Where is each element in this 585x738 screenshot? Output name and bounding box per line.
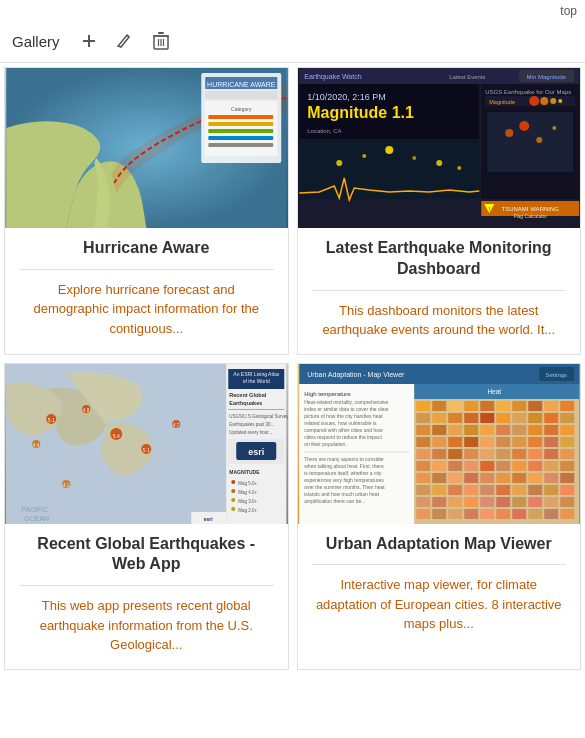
svg-point-49 <box>536 137 542 143</box>
svg-rect-186 <box>448 473 462 483</box>
svg-rect-164 <box>416 449 430 459</box>
svg-rect-200 <box>512 485 526 495</box>
svg-rect-192 <box>544 473 558 483</box>
svg-rect-138 <box>480 413 494 423</box>
svg-text:Magnitude: Magnitude <box>489 99 515 105</box>
top-label: top <box>560 4 577 18</box>
svg-rect-212 <box>544 497 558 507</box>
edit-icon[interactable] <box>112 28 138 54</box>
svg-rect-187 <box>464 473 478 483</box>
svg-text:5.1: 5.1 <box>48 417 55 423</box>
svg-rect-125 <box>432 401 446 411</box>
svg-text:4.8: 4.8 <box>83 408 90 413</box>
svg-text:Magnitude 1.1: Magnitude 1.1 <box>307 104 414 121</box>
svg-rect-145 <box>432 425 446 435</box>
svg-text:Heat-related mortality, compre: Heat-related mortality, comprehensive <box>304 399 388 405</box>
svg-text:5.1: 5.1 <box>143 447 150 453</box>
svg-text:Flag Calculator: Flag Calculator <box>513 213 547 219</box>
svg-rect-137 <box>464 413 478 423</box>
svg-point-32 <box>336 160 342 166</box>
svg-text:TSUNAMI WARNING: TSUNAMI WARNING <box>501 206 559 212</box>
svg-rect-148 <box>480 425 494 435</box>
svg-text:when talking about heat. First: when talking about heat. First, there <box>304 463 384 469</box>
svg-text:Earthquake Watch: Earthquake Watch <box>304 73 361 81</box>
svg-rect-149 <box>496 425 510 435</box>
svg-rect-126 <box>448 401 462 411</box>
svg-text:There are many aspects to cons: There are many aspects to consider <box>304 456 384 462</box>
svg-rect-182 <box>544 461 558 471</box>
svg-rect-151 <box>528 425 542 435</box>
card-rge[interactable]: 5.1 4.8 5.4 4.4 5.1 4.1 4.7 An ESRI Livi… <box>4 363 289 670</box>
card-desc-urban: Interactive map viewer, for climate adap… <box>312 575 567 634</box>
svg-text:Min Magnitude: Min Magnitude <box>526 74 566 80</box>
svg-rect-20 <box>208 143 273 147</box>
svg-text:compared with other cities and: compared with other cities and how <box>304 427 383 433</box>
svg-point-35 <box>412 156 416 160</box>
card-title-earthquake: Latest Earthquake Monitoring Dashboard <box>312 238 567 280</box>
svg-rect-154 <box>416 437 430 447</box>
svg-rect-134 <box>416 413 430 423</box>
svg-rect-135 <box>432 413 446 423</box>
svg-rect-180 <box>512 461 526 471</box>
svg-rect-159 <box>496 437 510 447</box>
svg-rect-207 <box>464 497 478 507</box>
card-earthquake-monitoring[interactable]: Earthquake Watch Latest Events Min Magni… <box>297 67 582 355</box>
svg-rect-223 <box>560 509 574 519</box>
svg-rect-215 <box>432 509 446 519</box>
svg-rect-202 <box>544 485 558 495</box>
svg-text:OCEAN: OCEAN <box>24 515 49 522</box>
svg-rect-190 <box>512 473 526 483</box>
svg-text:Heat: Heat <box>487 388 501 395</box>
svg-rect-133 <box>560 401 574 411</box>
gallery-header: Gallery <box>0 22 585 63</box>
svg-text:MAGNITUDE: MAGNITUDE <box>229 469 260 475</box>
svg-point-50 <box>552 126 556 130</box>
svg-rect-194 <box>416 485 430 495</box>
svg-rect-167 <box>464 449 478 459</box>
svg-rect-184 <box>416 473 430 483</box>
svg-point-36 <box>436 160 442 166</box>
svg-point-43 <box>540 97 548 105</box>
svg-rect-173 <box>560 449 574 459</box>
svg-rect-201 <box>528 485 542 495</box>
card-desc-earthquake: This dashboard monitors the latest earth… <box>312 301 567 340</box>
svg-rect-204 <box>416 497 430 507</box>
svg-rect-203 <box>560 485 574 495</box>
svg-rect-171 <box>528 449 542 459</box>
add-icon[interactable] <box>76 28 102 54</box>
svg-text:Category: Category <box>231 106 252 112</box>
svg-rect-183 <box>560 461 574 471</box>
svg-text:Mag 3.0+: Mag 3.0+ <box>238 499 257 504</box>
svg-rect-165 <box>432 449 446 459</box>
svg-point-44 <box>550 98 556 104</box>
svg-rect-162 <box>544 437 558 447</box>
card-body-urban: Urban Adaptation Map Viewer Interactive … <box>298 524 581 669</box>
svg-text:Urban Adaptation - Map Viewer: Urban Adaptation - Map Viewer <box>307 371 405 379</box>
svg-rect-152 <box>544 425 558 435</box>
svg-text:experiences very high temperat: experiences very high temperatures <box>304 477 384 483</box>
card-divider <box>19 269 274 270</box>
card-image-earthquake: Earthquake Watch Latest Events Min Magni… <box>298 68 581 228</box>
card-urban-adaptation[interactable]: Urban Adaptation - Map Viewer Settings H… <box>297 363 582 670</box>
svg-rect-158 <box>480 437 494 447</box>
card-hurricane-aware[interactable]: HURRICANE AWARE Category Hurricane Aware… <box>4 67 289 355</box>
svg-rect-18 <box>208 129 273 133</box>
svg-rect-79 <box>228 409 284 410</box>
svg-text:USGS Earthquake for Our Maps: USGS Earthquake for Our Maps <box>485 89 571 95</box>
svg-rect-221 <box>528 509 542 519</box>
svg-text:1/10/2020, 2:16 PM: 1/10/2020, 2:16 PM <box>307 92 386 102</box>
svg-rect-170 <box>512 449 526 459</box>
svg-rect-130 <box>512 401 526 411</box>
card-desc-rge: This web app presents recent global eart… <box>19 596 274 655</box>
svg-rect-210 <box>512 497 526 507</box>
svg-text:PACIFIC: PACIFIC <box>21 506 48 513</box>
svg-rect-160 <box>512 437 526 447</box>
svg-text:Mag 2.0+: Mag 2.0+ <box>238 508 257 513</box>
svg-rect-143 <box>560 413 574 423</box>
svg-rect-140 <box>512 413 526 423</box>
svg-text:5.4: 5.4 <box>113 433 120 439</box>
svg-text:picture of how the city handle: picture of how the city handles heat <box>304 413 383 419</box>
card-divider <box>312 290 567 291</box>
svg-rect-175 <box>432 461 446 471</box>
delete-icon[interactable] <box>148 28 174 54</box>
